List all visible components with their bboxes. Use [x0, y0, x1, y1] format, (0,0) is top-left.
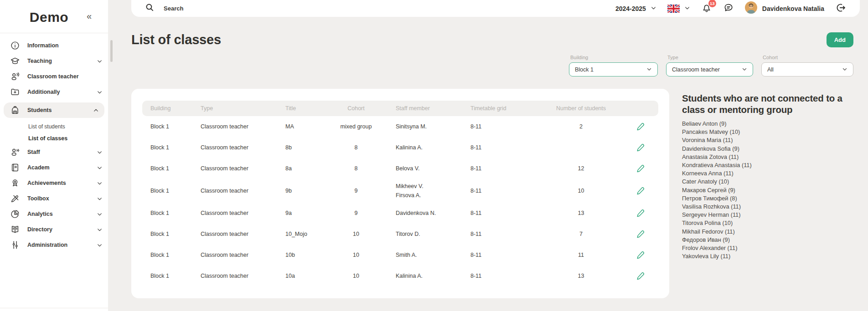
cell-cohort: 8	[325, 140, 388, 155]
unconnected-student[interactable]: Vasilisa Rozhkova (11)	[682, 203, 852, 211]
table-body: Block 1Classroom teacherMAmixed groupSin…	[142, 116, 658, 286]
cell-title: 10b	[277, 248, 325, 262]
cell-number-of-students	[543, 145, 619, 150]
logout-button[interactable]	[835, 2, 846, 15]
cell-number-of-students: 10	[543, 184, 619, 198]
messages-button[interactable]	[723, 2, 734, 15]
sidebar-item-classroom-teacher[interactable]: Classroom teacher	[0, 69, 108, 84]
cell-actions	[619, 140, 658, 155]
cell-building: Block 1	[142, 140, 192, 155]
sidebar-item-achievements[interactable]: Achievements	[0, 175, 108, 191]
cell-staff-member: Titorov D.	[388, 227, 462, 241]
cell-type: Classroom teacher	[192, 269, 277, 283]
edit-row-button[interactable]	[636, 143, 646, 153]
cell-staff-member: Kalinina A.	[388, 140, 462, 155]
sidebar-item-additionally[interactable]: Additionally	[0, 84, 108, 100]
table-row: Block 1Classroom teacher8b8Kalinina A.8-…	[142, 137, 658, 158]
sidebar-item-information[interactable]: Information	[0, 38, 108, 53]
chevron-down-icon	[96, 165, 103, 171]
sidebar-item-label: Staff	[27, 149, 89, 155]
edit-row-button[interactable]	[636, 186, 646, 196]
cell-actions	[619, 161, 658, 176]
unconnected-student[interactable]: Yakovleva Lily (11)	[682, 252, 852, 260]
cell-actions	[619, 247, 658, 263]
year-selector[interactable]: 2024-2025	[615, 5, 656, 13]
cell-type: Classroom teacher	[192, 119, 277, 134]
language-selector[interactable]	[667, 5, 690, 13]
edit-row-button[interactable]	[636, 250, 646, 260]
filter-cohort: Cohort All	[761, 55, 853, 76]
sidebar-subitem-list-of-students[interactable]: List of students	[0, 121, 108, 133]
staff-name: Mikheev V.	[396, 182, 462, 191]
building-select[interactable]: Block 1	[569, 62, 658, 76]
edit-row-button[interactable]	[636, 271, 646, 281]
info-icon	[10, 41, 20, 51]
unconnected-student[interactable]: Korneeva Anna (11)	[682, 169, 852, 178]
chevron-down-icon	[651, 5, 656, 13]
chevron-down-icon	[96, 227, 103, 233]
type-select-value: Classroom teacher	[672, 66, 742, 73]
unconnected-student[interactable]: Sergeyev Herman (11)	[682, 211, 852, 219]
cohort-select[interactable]: All	[761, 62, 853, 76]
unconnected-student[interactable]: Davidenkova Sofia (9)	[682, 145, 852, 153]
sidebar-item-students[interactable]: Students	[4, 102, 104, 118]
unconnected-student[interactable]: Cater Anatoly (10)	[682, 178, 852, 186]
sidebar-item-toolbox[interactable]: Toolbox	[0, 191, 108, 206]
notifications-button[interactable]: 13	[701, 2, 712, 15]
user-menu[interactable]: Davidenkova Natalia	[745, 1, 824, 15]
sidebar-item-label: Achievements	[27, 180, 89, 186]
sidebar-item-directory[interactable]: Directory	[0, 222, 108, 237]
unconnected-student[interactable]: Петров Тимофей (8)	[682, 194, 852, 203]
unconnected-student[interactable]: Voronina Maria (11)	[682, 136, 852, 144]
edit-row-button[interactable]	[636, 229, 646, 239]
cell-title: 8a	[277, 161, 325, 176]
sidebar-item-teaching[interactable]: Teaching	[0, 53, 108, 69]
unconnected-student[interactable]: Макаров Сергей (9)	[682, 186, 852, 194]
chevron-down-icon	[842, 66, 847, 74]
unconnected-student[interactable]: Beliaev Anton (9)	[682, 120, 852, 128]
unconnected-student[interactable]: Kondratieva Anastasia (11)	[682, 161, 852, 169]
edit-row-button[interactable]	[636, 208, 646, 218]
table-row: Block 1Classroom teacher10a10Kalinina A.…	[142, 265, 658, 286]
edit-row-button[interactable]	[636, 122, 646, 132]
main-area: Search 2024-2025	[108, 0, 868, 311]
cell-building: Block 1	[142, 248, 192, 262]
unconnected-student[interactable]: Федоров Иван (9)	[682, 236, 852, 244]
cell-type: Classroom teacher	[192, 227, 277, 241]
filters: Building Block 1 Type Classroom teacher …	[131, 55, 853, 76]
cell-staff-member: Belova V.	[388, 161, 462, 176]
cell-actions	[619, 119, 658, 134]
cell-type: Classroom teacher	[192, 248, 277, 262]
scrollbar-thumb[interactable]	[110, 40, 113, 62]
cell-number-of-students: 13	[543, 206, 619, 220]
unconnected-student[interactable]: Anastasia Zotova (11)	[682, 153, 852, 161]
filter-building: Building Block 1	[569, 55, 658, 76]
sidebar-item-analytics[interactable]: Analytics	[0, 206, 108, 222]
sidebar-item-administration[interactable]: Administration	[0, 237, 108, 253]
add-button[interactable]: Add	[827, 32, 853, 47]
search-input[interactable]: Search	[145, 3, 183, 14]
table-row: Block 1Classroom teacher9a9Davidenkova N…	[142, 203, 658, 224]
cell-building: Block 1	[142, 269, 192, 283]
unconnected-student[interactable]: Titorova Polina (10)	[682, 219, 852, 227]
column-header-cohort: Cohort	[325, 105, 388, 112]
students-icon	[10, 105, 20, 115]
unconnected-student[interactable]: Pancakes Matvey (10)	[682, 128, 852, 136]
cell-timetable-grid: 8-11	[462, 161, 543, 176]
sidebar-subitem-list-of-classes[interactable]: List of classes	[0, 133, 108, 144]
cell-type: Classroom teacher	[192, 206, 277, 220]
unconnected-student[interactable]: Frolov Alexander (11)	[682, 244, 852, 252]
chevron-down-icon	[96, 89, 103, 95]
sidebar-item-label: Information	[27, 42, 103, 49]
sidebar-item-label: Teaching	[27, 58, 89, 64]
unconnected-student[interactable]: Mikhail Fedorov (11)	[682, 228, 852, 236]
cell-type: Classroom teacher	[192, 161, 277, 176]
edit-row-button[interactable]	[636, 163, 646, 173]
type-select[interactable]: Classroom teacher	[666, 62, 753, 76]
sidebar-nav: InformationTeachingClassroom teacherAddi…	[0, 38, 108, 253]
sidebar-item-academ[interactable]: Academ	[0, 160, 108, 175]
notifications-badge: 13	[708, 0, 716, 7]
sidebar-collapse-icon[interactable]: «	[87, 11, 92, 21]
table-row: Block 1Classroom teacher10b10Smith A.8-1…	[142, 245, 658, 265]
sidebar-item-staff[interactable]: Staff	[0, 144, 108, 160]
